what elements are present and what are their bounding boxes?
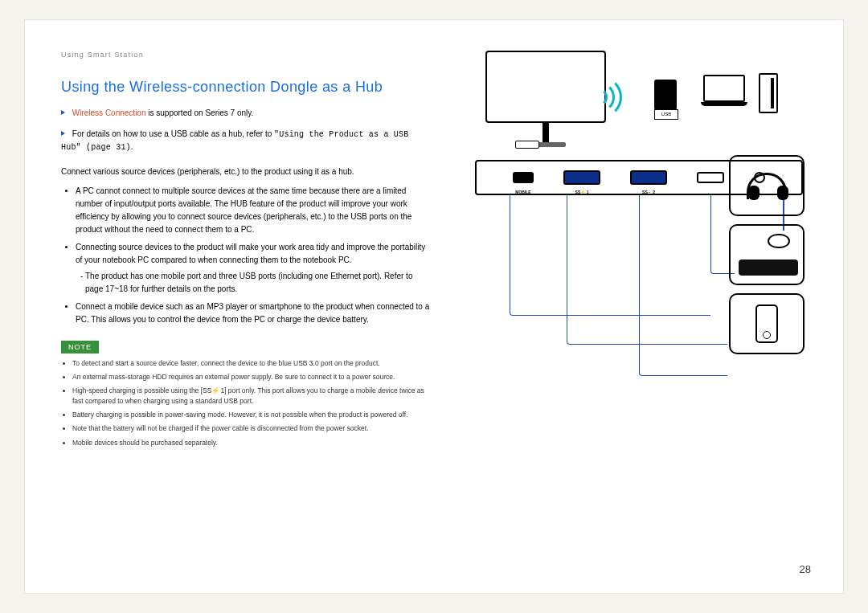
page-number: 28 <box>800 563 811 575</box>
text-column: Using Smart Station Using the Wireless-c… <box>61 51 431 569</box>
bullet-item: Connect a mobile device such as an MP3 p… <box>76 300 431 326</box>
lead-line-1: Wireless Connection is supported on Seri… <box>61 107 431 120</box>
bullet-item: Connecting source devices to the product… <box>76 241 431 296</box>
port-usb3-1: SS⚡ 1 <box>563 170 600 185</box>
note-item: Note that the battery will not be charge… <box>72 423 431 434</box>
desktop-tower-icon <box>759 73 778 113</box>
keyboard-mouse-box <box>729 224 805 285</box>
port-mobile: MOBILE <box>513 172 534 183</box>
note-item: An external mass-storage HDD requires an… <box>72 372 431 382</box>
laptop-icon <box>701 75 747 106</box>
port-usb3-2: SS← 2 <box>630 170 667 185</box>
connection-diagram: MOBILE SS⚡ 1 SS← 2 •← ♫ <box>461 51 807 452</box>
sub-bullet: The product has one mobile port and thre… <box>85 270 431 296</box>
note-list: To detect and start a source device fast… <box>61 358 431 448</box>
bullet-item: A PC cannot connect to multiple source d… <box>76 185 431 236</box>
breadcrumb: Using Smart Station <box>61 51 431 59</box>
headphones-box <box>729 155 805 216</box>
usb-dongle-icon <box>654 80 677 110</box>
smartphone-box <box>729 293 805 354</box>
keyboard-icon <box>739 260 798 276</box>
wireless-connection-label: Wireless Connection <box>72 108 146 117</box>
lead-line-2: For details on how to use a USB cable as… <box>61 128 431 154</box>
intro-paragraph: Connect various source devices (peripher… <box>61 166 431 178</box>
note-item: High-speed charging is possible using th… <box>72 386 431 407</box>
diagram-column: MOBILE SS⚡ 1 SS← 2 •← ♫ <box>461 51 807 569</box>
smartphone-icon <box>755 304 778 343</box>
note-badge: NOTE <box>61 341 99 353</box>
headphones-icon <box>747 173 787 199</box>
note-item: To detect and start a source device fast… <box>72 358 431 369</box>
dongle-slot-icon <box>515 141 539 149</box>
manual-page: Using Smart Station Using the Wireless-c… <box>24 19 844 594</box>
page-title: Using the Wireless-connection Dongle as … <box>61 79 431 96</box>
port-usb2: •← <box>697 172 724 183</box>
main-bullets: A PC cannot connect to multiple source d… <box>61 185 431 326</box>
mouse-icon <box>768 234 790 248</box>
note-item: Battery charging is possible in power-sa… <box>72 410 431 420</box>
note-item: Mobile devices should be purchased separ… <box>72 438 431 448</box>
